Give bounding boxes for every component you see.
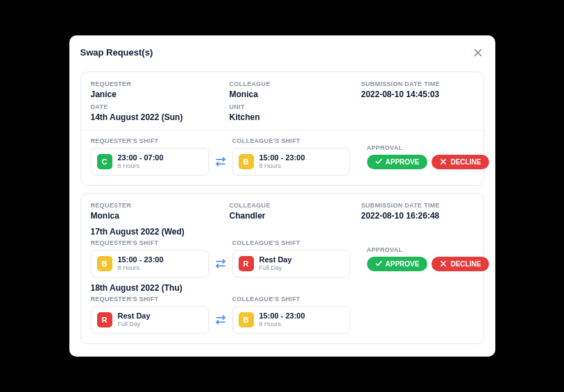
requester-shift-label: REQUESTER'S SHIFT [91, 239, 209, 246]
check-icon [375, 260, 382, 267]
x-icon [440, 260, 447, 267]
colleague-label: COLLEAGUE [230, 80, 354, 87]
colleague-shift-label: COLLEAGUE'S SHIFT [232, 296, 350, 302]
decline-button[interactable]: DECLINE [431, 257, 489, 271]
shift-badge: B [97, 256, 112, 271]
request-card: REQUESTER Janice DATE 14th August 2022 (… [80, 71, 484, 186]
colleague-shift-box: R Rest Day Full Day [232, 250, 350, 278]
shift-duration: Full Day [259, 264, 292, 272]
approval-label: APPROVAL [367, 144, 490, 151]
requester-shift-box: B 15:00 - 23:00 8 Hours [91, 250, 209, 278]
modal-title: Swap Request(s) [80, 47, 153, 58]
requester-value: Janice [91, 89, 223, 100]
colleague-shift-label: COLLEAGUE'S SHIFT [232, 239, 350, 246]
submission-label: SUBMISSION DATE TIME [361, 202, 474, 209]
requester-label: REQUESTER [91, 202, 223, 209]
shift-time: 15:00 - 23:00 [118, 255, 164, 264]
shift-duration: 8 Hours [259, 162, 305, 170]
divider [81, 130, 484, 130]
decline-label: DECLINE [450, 158, 481, 166]
check-icon [375, 158, 382, 165]
decline-button[interactable]: DECLINE [431, 155, 489, 169]
shift-duration: 8 Hours [118, 162, 164, 170]
shift-badge: R [97, 312, 112, 327]
unit-value: Kitchen [230, 112, 354, 123]
modal-header: Swap Request(s) [80, 45, 484, 67]
requester-label: REQUESTER [91, 80, 223, 87]
colleague-shift-label: COLLEAGUE'S SHIFT [232, 137, 350, 144]
shift-time: Rest Day [259, 255, 292, 264]
shift-duration: Full Day [118, 321, 151, 328]
submission-label: SUBMISSION DATE TIME [361, 80, 474, 87]
shift-time: 23:00 - 07:00 [118, 153, 164, 162]
colleague-value: Chandler [230, 210, 354, 221]
date-label: DATE [91, 103, 223, 110]
approve-label: APPROVE [386, 260, 420, 268]
submission-value: 2022-08-10 14:45:03 [361, 89, 474, 100]
approve-label: APPROVE [386, 158, 420, 166]
request-card: REQUESTER Monica COLLEAGUE Chandler SUBM… [80, 193, 484, 344]
requester-shift-box: R Rest Day Full Day [91, 306, 209, 334]
colleague-shift-box: B 15:00 - 23:00 8 Hours [232, 148, 350, 176]
submission-value: 2022-08-10 16:26:48 [361, 210, 474, 221]
swap-requests-modal: Swap Request(s) REQUESTER Janice DATE 14… [69, 35, 495, 357]
requester-value: Monica [91, 210, 223, 221]
shift-badge: B [239, 312, 254, 327]
shift-badge: R [239, 256, 254, 271]
shift-badge: C [97, 154, 112, 169]
colleague-value: Monica [230, 89, 354, 100]
close-button[interactable] [472, 46, 484, 59]
approve-button[interactable]: APPROVE [367, 155, 428, 169]
approve-button[interactable]: APPROVE [367, 257, 428, 271]
shift-badge: B [239, 154, 254, 169]
swap-icon [214, 248, 227, 269]
colleague-label: COLLEAGUE [230, 202, 354, 209]
close-icon [473, 48, 483, 58]
day-heading: 18th August 2022 (Thu) [91, 283, 474, 293]
decline-label: DECLINE [450, 260, 481, 268]
approval-label: APPROVAL [367, 246, 490, 253]
shift-time: 15:00 - 23:00 [259, 312, 305, 321]
swap-icon [214, 146, 227, 167]
shift-time: 15:00 - 23:00 [259, 153, 305, 162]
requester-shift-label: REQUESTER'S SHIFT [91, 296, 209, 302]
requester-shift-label: REQUESTER'S SHIFT [91, 137, 209, 144]
x-icon [440, 158, 447, 165]
date-value: 14th August 2022 (Sun) [91, 112, 223, 123]
day-heading: 17th August 2022 (Wed) [91, 227, 474, 237]
colleague-shift-box: B 15:00 - 23:00 8 Hours [232, 306, 350, 334]
shift-duration: 8 Hours [259, 321, 305, 328]
swap-icon [214, 305, 227, 325]
shift-time: Rest Day [118, 312, 151, 321]
unit-label: UNIT [230, 103, 354, 110]
shift-duration: 8 Hours [118, 264, 164, 272]
requester-shift-box: C 23:00 - 07:00 8 Hours [91, 148, 209, 176]
